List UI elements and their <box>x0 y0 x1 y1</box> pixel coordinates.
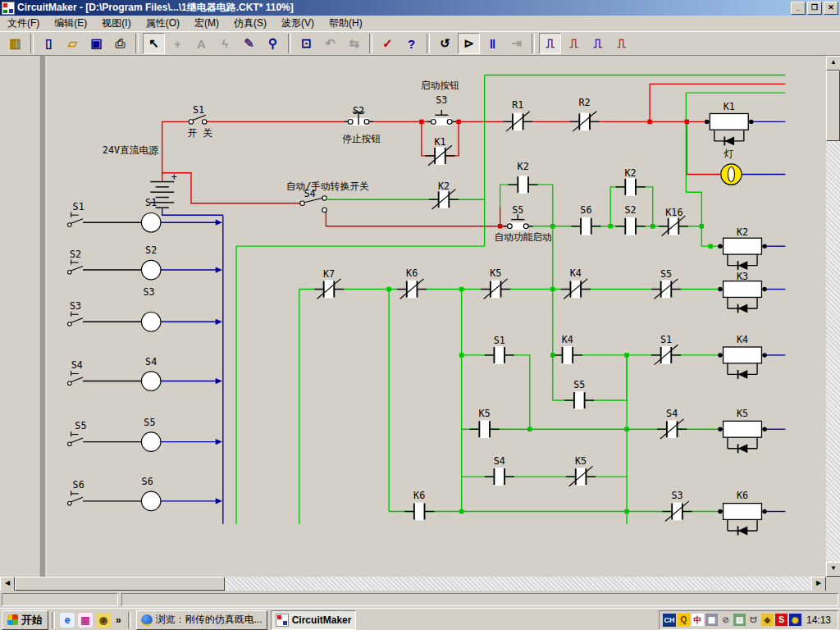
quick-launch-area: e▦◉ <box>58 613 112 628</box>
new-file-icon[interactable]: ▯ <box>38 33 60 54</box>
schematic-canvas[interactable]: 启动按钮S3S1开 关S2停止按钮24V直流电源K1R1R2自动/手动转换开关S… <box>0 56 826 577</box>
horizontal-scrollbar[interactable]: ◀ ▶ <box>0 577 826 591</box>
pause-icon[interactable]: ‖ <box>482 33 504 54</box>
toolbar-separator <box>532 34 535 53</box>
select-tool-icon[interactable]: ↖ <box>143 33 165 54</box>
svg-text:S1: S1 <box>193 104 204 116</box>
svg-text:S5: S5 <box>512 204 523 216</box>
svg-text:K6: K6 <box>737 490 748 501</box>
svg-text:K4: K4 <box>562 334 573 345</box>
player-quick-icon[interactable]: ◉ <box>96 613 111 628</box>
scanner-tray-icon[interactable]: ▤ <box>733 614 746 626</box>
svg-text:K3: K3 <box>737 271 748 282</box>
taskbar-divider-2 <box>128 612 131 628</box>
task-button-label: CircuitMaker <box>292 614 352 626</box>
close-button[interactable]: ✕ <box>824 2 838 15</box>
task-button-1[interactable]: 浏览：刚传的仿真既电... <box>136 610 267 630</box>
ie-quick-icon[interactable]: e <box>60 613 75 628</box>
preview-icon[interactable]: ⊡ <box>295 33 317 54</box>
vertical-scroll-thumb[interactable] <box>826 71 840 141</box>
rotate-icon[interactable]: ↶ <box>319 33 341 54</box>
text-tool-icon[interactable]: A <box>190 33 212 54</box>
svg-text:S4: S4 <box>494 455 505 467</box>
reset-icon[interactable]: ↺ <box>434 33 456 54</box>
dc-analysis-icon[interactable]: ⎍ <box>539 33 561 54</box>
start-button[interactable]: 开始 <box>2 610 48 630</box>
qq-tray-icon[interactable]: Q <box>678 614 690 626</box>
system-tray: CH Q中▦⊘▤ᗢ◈S◉ 14:13 <box>659 610 838 630</box>
input-language-indicator[interactable]: CH <box>663 614 676 627</box>
parts-browser-icon[interactable]: ▥ <box>4 33 26 54</box>
wire-tool-icon[interactable]: + <box>167 33 189 54</box>
restore-button[interactable]: ❐ <box>807 2 822 15</box>
svg-text:K4: K4 <box>570 267 582 279</box>
taskbar: 开始 e▦◉ » 浏览：刚传的仿真既电...CircuitMaker CH Q中… <box>0 608 840 630</box>
svg-text:K2: K2 <box>625 167 637 179</box>
toolbar: ▥▯▱▣⎙↖+Aϟ✎⚲⊡↶⇆✓?↺⊳‖⇥⎍⎍⎍⎍ <box>0 31 840 56</box>
volume-tray-icon[interactable]: ◉ <box>789 614 801 626</box>
horizontal-scroll-thumb[interactable] <box>15 577 225 591</box>
svg-text:K1: K1 <box>724 101 735 112</box>
svg-text:K5: K5 <box>737 408 748 419</box>
window-title: CircuitMaker - [D:\Program Files\...\1继电… <box>17 1 294 15</box>
menu-item-4[interactable]: 属性(O) <box>139 15 187 32</box>
svg-text:R2: R2 <box>579 97 591 108</box>
toolbar-separator <box>135 34 139 53</box>
task-button-2[interactable]: CircuitMaker <box>271 610 357 630</box>
print-icon[interactable]: ⎙ <box>109 33 131 54</box>
toolbar-separator <box>30 34 34 53</box>
scroll-left-button[interactable]: ◀ <box>0 577 15 591</box>
mute-tray-icon[interactable]: ⊘ <box>719 614 732 626</box>
svg-text:K7: K7 <box>323 268 335 280</box>
svg-text:K5: K5 <box>490 267 501 279</box>
svg-text:K6: K6 <box>406 267 418 279</box>
mirror-icon[interactable]: ⇆ <box>343 33 365 54</box>
transient-analysis-icon[interactable]: ⎍ <box>563 33 585 54</box>
scroll-right-button[interactable]: ▶ <box>811 577 826 591</box>
status-cell-2 <box>121 593 838 606</box>
menu-item-1[interactable]: 文件(F) <box>0 15 47 32</box>
erase-tool-icon[interactable]: ϟ <box>214 33 236 54</box>
circuitmaker-quick-icon[interactable]: ▦ <box>78 613 93 628</box>
svg-text:开 关: 开 关 <box>188 127 213 139</box>
scroll-up-button[interactable]: ▲ <box>826 56 840 71</box>
menu-item-5[interactable]: 宏(M) <box>187 15 226 32</box>
menu-item-8[interactable]: 帮助(H) <box>322 15 370 32</box>
svg-text:K5: K5 <box>575 455 587 467</box>
svg-text:S1: S1 <box>73 201 84 212</box>
step-icon[interactable]: ⇥ <box>505 33 527 54</box>
probe-tool-icon[interactable]: ✎ <box>238 33 260 54</box>
vertical-scrollbar[interactable]: ▲ ▼ <box>826 56 840 577</box>
mixed-analysis-icon[interactable]: ⎍ <box>610 33 632 54</box>
minimize-button[interactable]: _ <box>791 2 806 15</box>
title-bar[interactable]: CircuitMaker - [D:\Program Files\...\1继电… <box>0 0 840 16</box>
quick-launch-chevron-icon[interactable]: » <box>116 614 121 626</box>
open-file-icon[interactable]: ▱ <box>62 33 84 54</box>
svg-text:K4: K4 <box>737 334 748 345</box>
menu-bar: 文件(F)编辑(E)视图(I)属性(O)宏(M)仿真(S)波形(V)帮助(H) <box>0 16 840 31</box>
chinese-input-tray-icon[interactable]: 中 <box>692 614 704 626</box>
mixed-mode-icon[interactable]: ✓ <box>377 33 399 54</box>
scroll-down-button[interactable]: ▼ <box>826 562 840 577</box>
toolbar-separator <box>427 34 430 53</box>
menu-item-6[interactable]: 仿真(S) <box>226 15 274 32</box>
menu-item-3[interactable]: 视图(I) <box>94 15 138 32</box>
svg-text:S5: S5 <box>660 268 672 280</box>
svg-text:S3: S3 <box>436 94 447 106</box>
antivirus-tray-icon[interactable]: S <box>775 614 788 626</box>
svg-text:R1: R1 <box>512 99 523 111</box>
help-icon[interactable]: ? <box>400 33 422 54</box>
svg-text:S6: S6 <box>580 204 591 216</box>
display-tray-icon[interactable]: ▦ <box>705 614 718 626</box>
save-file-icon[interactable]: ▣ <box>85 33 107 54</box>
run-icon[interactable]: ⊳ <box>458 33 480 54</box>
digital-analysis-icon[interactable]: ⎍ <box>587 33 609 54</box>
mouse-tray-icon[interactable]: ᗢ <box>747 614 760 626</box>
menu-item-2[interactable]: 编辑(E) <box>47 15 94 32</box>
svg-text:S2: S2 <box>353 105 364 116</box>
menu-item-7[interactable]: 波形(V) <box>274 15 322 32</box>
start-button-label: 开始 <box>21 613 43 628</box>
norton-tray-icon[interactable]: ◈ <box>761 614 774 626</box>
zoom-tool-icon[interactable]: ⚲ <box>262 33 284 54</box>
toolbar-separator <box>369 34 372 53</box>
